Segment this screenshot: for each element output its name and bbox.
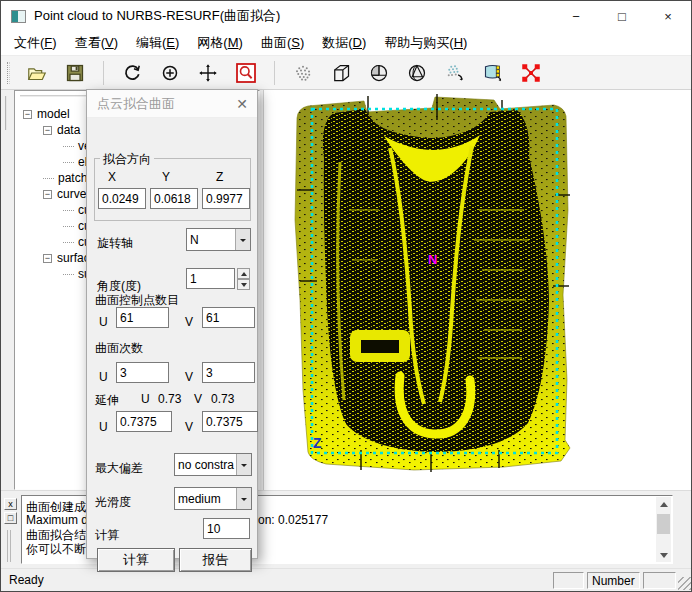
toolbar-separator xyxy=(274,61,275,85)
rotation-axis-select[interactable]: N xyxy=(186,228,251,251)
ext-v-input[interactable] xyxy=(202,411,258,432)
chevron-down-icon[interactable] xyxy=(235,229,250,250)
angle-stepper xyxy=(237,268,250,290)
menu-item-4[interactable]: 曲面(S) xyxy=(252,31,313,55)
spin-down-icon[interactable] xyxy=(237,279,250,290)
scroll-up-icon[interactable] xyxy=(656,497,671,511)
fit-selection-icon[interactable] xyxy=(515,59,547,86)
log-panel-grip[interactable] xyxy=(7,530,11,562)
viewport-3d[interactable]: N Z xyxy=(263,90,691,490)
ext-hint-u-label: U xyxy=(141,392,150,406)
status-pane-number: Number xyxy=(587,572,640,589)
rotate-view-icon[interactable] xyxy=(116,59,148,86)
pan-view-icon[interactable] xyxy=(192,59,224,86)
log-close-icon[interactable]: x xyxy=(4,498,17,510)
fit-direction-label: 拟合方向 xyxy=(100,151,154,168)
viewport-canvas[interactable]: N Z xyxy=(264,90,692,490)
cp-v-input[interactable] xyxy=(202,307,255,328)
toolbar-separator xyxy=(103,61,104,85)
open-file-icon[interactable] xyxy=(21,59,53,86)
dock-strip xyxy=(1,90,14,490)
tree-expander-icon[interactable]: − xyxy=(23,110,32,119)
tree-connector xyxy=(63,162,74,163)
angle-input[interactable] xyxy=(186,268,235,289)
y-label: Y xyxy=(162,170,170,184)
app-window: Point cloud to NURBS-RESURF(曲面拟合) − □ × … xyxy=(0,0,692,592)
tree-connector xyxy=(63,210,74,211)
direction-z-input[interactable] xyxy=(202,188,250,209)
zoom-extents-icon[interactable] xyxy=(154,59,186,86)
zoom-window-icon[interactable] xyxy=(230,59,262,86)
log-panel-controls: x □ xyxy=(4,498,19,562)
tree-connector xyxy=(63,274,74,275)
tree-expander-icon[interactable]: − xyxy=(43,126,52,135)
save-file-icon[interactable] xyxy=(59,59,91,86)
menu-item-0[interactable]: 文件(F) xyxy=(5,31,66,55)
app-icon xyxy=(11,10,26,23)
sphere-axes-icon[interactable] xyxy=(401,59,433,86)
menu-item-6[interactable]: 帮助与购买(H) xyxy=(375,31,476,55)
ext-hint-v-label: V xyxy=(194,392,202,406)
ext-v-label: V xyxy=(185,420,193,434)
max-deviation-select[interactable]: no constra xyxy=(174,453,252,476)
chevron-down-icon[interactable] xyxy=(236,454,251,475)
compute-count-label: 计算 xyxy=(95,527,119,544)
import-point-cloud-icon[interactable] xyxy=(439,59,471,86)
sphere-section-icon[interactable] xyxy=(363,59,395,86)
minimize-icon[interactable]: − xyxy=(553,1,599,31)
toolbar-grip xyxy=(7,62,10,84)
toolbar xyxy=(1,56,691,90)
deg-v-input[interactable] xyxy=(202,362,255,383)
resize-grip[interactable] xyxy=(678,577,691,590)
title-bar: Point cloud to NURBS-RESURF(曲面拟合) − □ × xyxy=(1,1,691,31)
ext-u-input[interactable] xyxy=(116,411,172,432)
n-direction-marker: N xyxy=(428,252,437,267)
log-dock-icon[interactable]: □ xyxy=(4,512,17,524)
bounding-cube-icon[interactable] xyxy=(325,59,357,86)
dialog-close-icon[interactable]: ✕ xyxy=(236,97,248,111)
report-button[interactable]: 报告 xyxy=(179,548,252,572)
ext-hint-u-value: 0.73 xyxy=(158,392,181,406)
tree-expander-icon[interactable]: − xyxy=(43,190,52,199)
log-line-1: Maximum de xyxy=(26,513,95,527)
maximize-icon[interactable]: □ xyxy=(599,1,645,31)
spin-up-icon[interactable] xyxy=(237,268,250,279)
tree-expander-icon[interactable]: − xyxy=(43,254,52,263)
chevron-down-icon[interactable] xyxy=(236,488,251,509)
tree-connector xyxy=(63,242,74,243)
deg-u-input[interactable] xyxy=(116,362,169,383)
deg-u-label: U xyxy=(99,370,108,384)
smoothness-select[interactable]: medium xyxy=(174,487,252,510)
window-title: Point cloud to NURBS-RESURF(曲面拟合) xyxy=(34,7,280,25)
menu-item-2[interactable]: 编辑(E) xyxy=(127,31,188,55)
log-scrollbar[interactable] xyxy=(656,497,671,562)
log-line-4: 你可以不断 xyxy=(26,541,86,558)
dialog-title-bar[interactable]: 点云拟合曲面 ✕ xyxy=(87,90,257,118)
max-deviation-value: no constra xyxy=(178,458,234,472)
status-pane-2 xyxy=(643,572,676,589)
close-icon[interactable]: × xyxy=(645,1,691,31)
cp-u-input[interactable] xyxy=(116,307,169,328)
scroll-down-icon[interactable] xyxy=(656,548,671,562)
scroll-thumb[interactable] xyxy=(657,514,670,534)
z-label: Z xyxy=(216,170,223,184)
menu-item-5[interactable]: 数据(D) xyxy=(313,31,375,55)
tree-item-label: data xyxy=(57,123,80,137)
max-deviation-label: 最大偏差 xyxy=(95,460,143,477)
x-label: X xyxy=(108,170,116,184)
compute-count-input[interactable] xyxy=(203,518,250,539)
compute-button[interactable]: 计算 xyxy=(97,548,175,572)
menu-item-1[interactable]: 查看(V) xyxy=(66,31,127,55)
direction-y-input[interactable] xyxy=(150,188,198,209)
point-cloud-display-icon[interactable] xyxy=(287,59,319,86)
surface-degree-label: 曲面次数 xyxy=(95,340,143,357)
menu-bar: 文件(F)查看(V)编辑(E)网格(M)曲面(S)数据(D)帮助与购买(H) xyxy=(1,31,691,56)
smoothness-label: 光滑度 xyxy=(95,494,131,511)
log-line-2: on: 0.025177 xyxy=(258,513,328,527)
status-text: Ready xyxy=(9,573,44,587)
menu-item-3[interactable]: 网格(M) xyxy=(188,31,252,55)
export-surface-icon[interactable] xyxy=(477,59,509,86)
extension-label: 延伸 xyxy=(95,392,119,409)
direction-x-input[interactable] xyxy=(98,188,146,209)
deg-v-label: V xyxy=(185,370,193,384)
